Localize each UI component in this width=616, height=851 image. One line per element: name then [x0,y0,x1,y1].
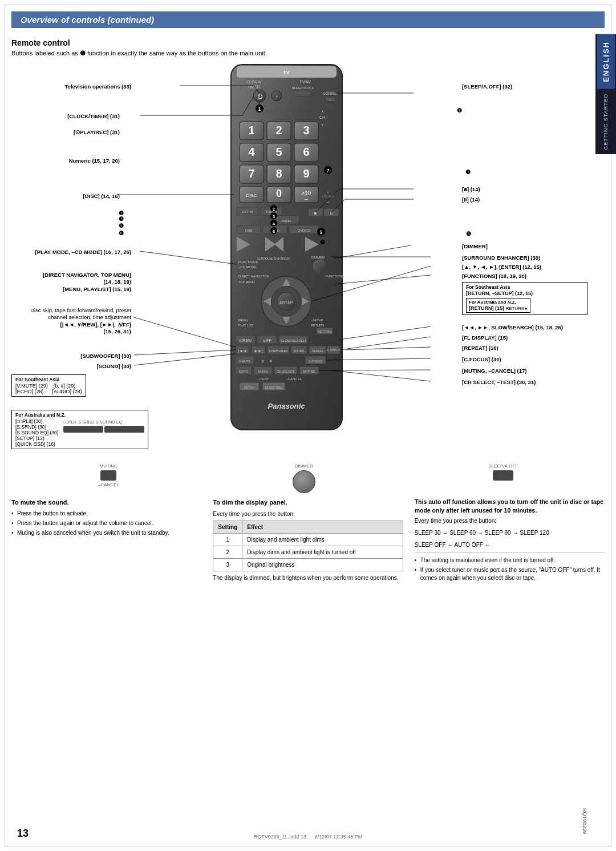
muting-bullet-3: Muting is also canceled when you switch … [11,529,201,537]
svg-line-159 [319,370,431,370]
svg-text:SETUP: SETUP [244,386,255,389]
label-tv-operations: Television operations (33) [11,83,131,90]
svg-marker-64 [265,237,275,252]
svg-text:#: # [270,358,273,364]
svg-rect-15 [294,90,311,96]
table-row: 2 Display dims and ambient light is turn… [213,546,403,558]
label-muting-cancel: [MUTING, –CANCEL] (17) [462,368,587,374]
svg-rect-57 [237,225,261,233]
svg-line-150 [334,275,431,284]
svg-rect-104 [309,346,326,354]
svg-text:∧/FF: ∧/FF [262,338,271,342]
muting-title: To mute the sound. [11,498,201,507]
circle6-label: ❻ [119,230,124,236]
svg-rect-120 [299,366,319,374]
svg-marker-65 [274,237,283,252]
label-numeric: Numeric (15, 17, 20) [11,158,120,164]
svg-rect-100 [268,346,289,354]
label-functions: [FUNCTIONS] (18, 19, 20) [462,273,587,280]
dimmer-button-shape [293,470,315,493]
svg-text:USB: USB [245,229,252,232]
svg-rect-49 [261,207,282,215]
svg-text:–SETUP: –SETUP [311,318,323,322]
muting-bullet-list: Press the button to activate. Press the … [11,510,201,537]
label-subwoofer: [SUBWOOFER] (30) [11,353,131,360]
svg-rect-35 [294,165,318,183]
side-tab: ENGLISH GETTING STARTED [595,34,616,154]
svg-point-8 [271,91,282,101]
svg-line-142 [315,189,339,212]
svg-rect-116 [254,366,272,374]
svg-text:FUNCTIONS: FUNCTIONS [326,275,344,278]
sleep-fig-label: SLEEP/A.OFF [488,463,518,469]
svg-line-144 [331,199,345,212]
svg-line-132 [242,96,254,115]
svg-rect-29 [294,143,318,162]
svg-line-160 [331,370,431,381]
svg-text:5: 5 [319,229,322,235]
muting-figure: MUTING –CANCEL [98,463,119,487]
svg-line-156 [340,337,431,350]
label-cfocus: [C.FOCUS] (30) [462,356,587,363]
header-bar: Overview of controls (continued) [11,11,605,28]
circle5-label: ❺ [466,231,471,237]
svg-text:REPEAT: REPEAT [312,349,323,353]
table-row: 1 Display and ambient light dims [213,533,403,546]
svg-line-151 [140,251,237,264]
label-slow-search: [◄◄, ►►, SLOW/SEARCH] (15, 18, 26) [462,324,587,331]
sleep-subtitle: Every time you press the button: [415,517,605,525]
svg-text:CH.SELECT: CH.SELECT [277,370,295,373]
svg-text:3: 3 [303,124,309,136]
button-figures-area: MUTING –CANCEL DIMMER SLEEP/A.OFF [11,463,605,493]
svg-marker-77 [282,279,290,286]
svg-text:SUBWOOFER: SUBWOOFER [269,349,288,353]
muting-bullet-2: Press the button again or adjust the vol… [11,519,201,527]
svg-rect-12 [325,97,335,102]
sleep-seq-text: SLEEP 30 → SLEEP 60 → SLEEP 90 → SLEEP 1… [415,530,549,536]
label-arrows: [▲, ▼, ◄, ►], [ENTER] (12, 15) [462,264,587,271]
svg-marker-78 [282,317,290,324]
svg-text:SOUND: SOUND [294,349,304,353]
southeast-asia-box-left: For Southeast Asia [V.MUTE] (29) [b, #] … [11,374,131,397]
svg-text:Panasonic: Panasonic [268,402,305,410]
svg-rect-10 [325,91,335,95]
svg-text:–CANCEL: –CANCEL [286,377,302,381]
svg-text:SURROUND ENHANCER: SURROUND ENHANCER [257,257,291,260]
svg-text:QUICK OSD: QUICK OSD [265,386,283,389]
footer-file: RQTV0239_1L.indd 13 [254,834,306,840]
svg-text:–: – [329,98,331,102]
dimmer-info-box: To dim the display panel. Every time you… [213,498,403,582]
svg-point-161 [270,212,277,219]
svg-rect-59 [263,225,287,233]
dimmer-figure: DIMMER [293,463,315,493]
svg-text:PLAY MODE: PLAY MODE [238,260,258,264]
label-surround: [SURROUND ENHANCER] (30) [462,255,587,261]
intro-text: Buttons labeled such as ❶ function in ex… [11,50,587,57]
effect-1: Display and ambient light dims [242,533,403,546]
page-number: 13 [17,828,29,840]
setting-3: 3 [213,558,242,571]
label-play-rec: [⊙PLAY/REC] (31) [11,129,120,136]
svg-text:II: II [330,211,333,216]
svg-line-155 [339,326,431,340]
muting-button-shape [100,470,116,481]
svg-point-75 [277,292,295,310]
svg-text:RETURN: RETURN [311,324,324,327]
svg-text:1: 1 [258,106,261,112]
svg-text:b: b [262,358,265,364]
getting-started-tab-label: GETTING STARTED [599,89,612,155]
svg-line-147 [334,245,411,259]
label-repeat: [REPEAT] (16) [462,345,587,352]
header-title: Overview of controls (continued) [21,15,154,25]
svg-rect-61 [289,225,319,233]
circle4-label: ❹ [119,223,124,229]
svg-text:CH: CH [319,115,325,119]
svg-line-158 [326,358,431,360]
svg-rect-33 [267,165,291,183]
svg-line-149 [311,266,431,301]
svg-text:TOP MENU: TOP MENU [238,280,255,284]
svg-rect-102 [291,346,307,354]
setting-2: 2 [213,546,242,558]
svg-text:6: 6 [303,146,309,158]
effect-2: Display dims and ambient light is turned… [242,546,403,558]
